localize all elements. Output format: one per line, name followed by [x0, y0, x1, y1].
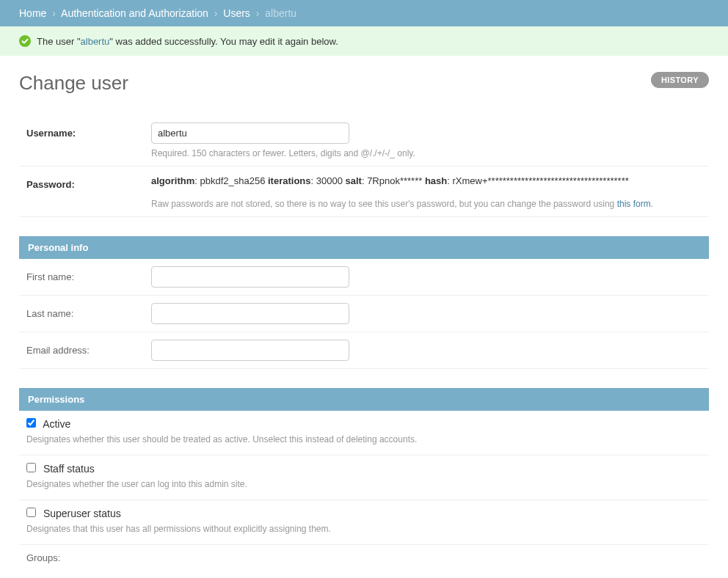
- username-row: Username: Required. 150 characters or fe…: [19, 115, 709, 167]
- superuser-row: Superuser status Designates that this us…: [19, 500, 709, 545]
- message-suffix: " was added successfully. You may edit i…: [109, 36, 338, 47]
- first-name-input[interactable]: [151, 266, 349, 288]
- password-row: Password: algorithm: pbkdf2_sha256 itera…: [19, 167, 709, 217]
- breadcrumb-sep: ›: [211, 7, 221, 19]
- superuser-help: Designates that this user has all permis…: [26, 524, 702, 534]
- staff-checkbox[interactable]: [26, 463, 36, 472]
- superuser-checkbox[interactable]: [26, 508, 36, 517]
- username-label: Username:: [26, 122, 151, 139]
- permissions-module: Permissions Active Designates whether th…: [19, 388, 709, 571]
- permissions-heading: Permissions: [19, 388, 709, 411]
- email-row: Email address:: [19, 332, 709, 369]
- breadcrumb-sep: ›: [49, 7, 59, 19]
- personal-info-module: Personal info First name: Last name: Ema…: [19, 236, 709, 369]
- breadcrumb-sep: ›: [253, 7, 263, 19]
- password-label: Password:: [26, 174, 151, 190]
- active-checkbox[interactable]: [26, 418, 36, 428]
- password-info: algorithm: pbkdf2_sha256 iterations: 300…: [151, 174, 702, 189]
- email-label: Email address:: [26, 340, 151, 356]
- password-form-link[interactable]: this form: [617, 199, 651, 209]
- message-prefix: The user ": [37, 36, 81, 47]
- breadcrumb-users[interactable]: Users: [223, 7, 250, 19]
- username-input[interactable]: [151, 122, 349, 144]
- staff-help: Designates whether the user can log into…: [26, 479, 702, 489]
- success-icon: [19, 35, 31, 47]
- password-help: Raw passwords are not stored, so there i…: [151, 199, 702, 209]
- breadcrumb-home[interactable]: Home: [19, 7, 46, 19]
- message-username-link[interactable]: albertu: [81, 36, 110, 47]
- last-name-row: Last name:: [19, 296, 709, 332]
- groups-label: Groups:: [19, 545, 709, 571]
- page-title: Change user: [19, 72, 709, 95]
- breadcrumb-auth[interactable]: Authentication and Authorization: [61, 7, 208, 19]
- history-button[interactable]: HISTORY: [651, 72, 709, 88]
- last-name-input[interactable]: [151, 303, 349, 324]
- staff-row: Staff status Designates whether the user…: [19, 456, 709, 500]
- breadcrumb-current: albertu: [265, 7, 296, 19]
- staff-label[interactable]: Staff status: [43, 463, 95, 475]
- active-help: Designates whether this user should be t…: [26, 434, 702, 445]
- breadcrumb: Home › Authentication and Authorization …: [0, 0, 728, 26]
- username-help: Required. 150 characters or fewer. Lette…: [151, 148, 702, 158]
- active-row: Active Designates whether this user shou…: [19, 411, 709, 456]
- object-tools: HISTORY: [651, 72, 709, 88]
- superuser-label[interactable]: Superuser status: [43, 508, 121, 519]
- first-name-label: First name:: [26, 266, 151, 282]
- active-label[interactable]: Active: [43, 418, 70, 430]
- last-name-label: Last name:: [26, 303, 151, 319]
- first-name-row: First name:: [19, 259, 709, 296]
- message-list: The user "albertu" was added successfull…: [0, 26, 728, 56]
- personal-info-heading: Personal info: [19, 236, 709, 259]
- email-input[interactable]: [151, 340, 349, 361]
- success-message: The user "albertu" was added successfull…: [0, 26, 728, 56]
